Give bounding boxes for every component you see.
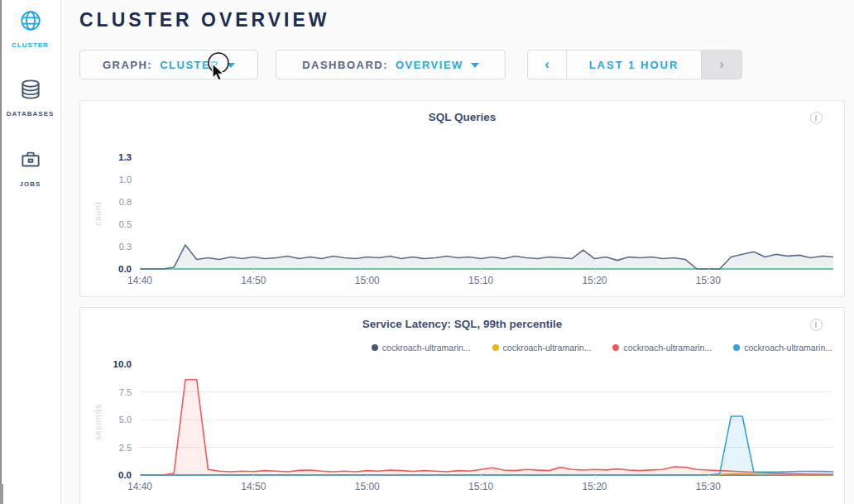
legend-item[interactable]: cockroach-ultramarin...	[733, 343, 832, 353]
x-tick-label: 15:20	[582, 481, 607, 492]
graph-dropdown-label: GRAPH:	[103, 59, 152, 71]
cluster-overview-page: { "header": { "title": "CLUSTER OVERVIEW…	[0, 0, 854, 504]
x-tick-mark	[595, 269, 596, 273]
main-content: CLUSTER OVERVIEW GRAPH: CLUSTER DASHBOAR…	[61, 0, 854, 504]
sidebar-item-label: DATABASES	[7, 110, 55, 118]
sidebar-item-cluster[interactable]: CLUSTER	[0, 8, 60, 49]
legend-item[interactable]: cockroach-ultramarin...	[372, 343, 471, 353]
x-tick-mark	[367, 269, 368, 273]
dashboard-dropdown-value: OVERVIEW	[396, 59, 463, 71]
x-tick-mark	[367, 475, 368, 479]
x-tick-label: 15:30	[696, 275, 721, 286]
y-tick-label: 0.8	[119, 197, 132, 207]
x-tick-mark	[708, 475, 709, 479]
x-tick-label: 15:10	[468, 275, 493, 286]
controls-bar: GRAPH: CLUSTER DASHBOARD: OVERVIEW ‹ LAS…	[79, 50, 742, 79]
legend-label: cockroach-ultramarin...	[382, 343, 471, 353]
sidebar-item-label: JOBS	[20, 180, 41, 188]
y-tick-label: 0.5	[119, 219, 132, 229]
dashboard-dropdown-label: DASHBOARD:	[302, 59, 388, 71]
sidebar-item-databases[interactable]: DATABASES	[0, 77, 60, 118]
x-ticks: 14:4014:5015:0015:1015:2015:30	[140, 271, 833, 286]
y-tick-label: 2.5	[119, 443, 132, 453]
chart-legend: cockroach-ultramarin...cockroach-ultrama…	[372, 343, 832, 353]
x-tick-label: 14:50	[241, 275, 266, 286]
sidebar: CLUSTER DATABASES JOBS	[0, 0, 61, 504]
x-ticks: 14:4014:5015:0015:1015:2015:30	[140, 478, 833, 492]
x-tick-mark	[481, 475, 482, 479]
legend-dot-icon	[733, 344, 740, 351]
x-tick-label: 15:00	[355, 481, 380, 492]
chart-plot-area	[140, 157, 833, 269]
legend-label: cockroach-ultramarin...	[503, 343, 592, 353]
y-ticks: 1.31.00.80.50.30.0	[80, 157, 132, 269]
globe-icon	[18, 8, 43, 36]
chart-plot-area	[140, 364, 833, 475]
sidebar-item-label: CLUSTER	[12, 41, 49, 49]
time-window-label[interactable]: LAST 1 HOUR	[567, 50, 701, 79]
legend-item[interactable]: cockroach-ultramarin...	[612, 343, 712, 353]
y-tick-label: 10.0	[113, 359, 132, 369]
y-tick-label: 0.0	[118, 470, 132, 480]
briefcase-icon	[18, 147, 43, 175]
y-tick-label: 1.0	[119, 175, 132, 185]
time-next-button-disabled: ›	[701, 50, 741, 79]
x-tick-label: 14:50	[241, 481, 266, 492]
x-tick-mark	[253, 475, 254, 479]
time-window-selector: ‹ LAST 1 HOUR ›	[527, 50, 742, 79]
legend-dot-icon	[372, 344, 378, 351]
time-prev-button[interactable]: ‹	[528, 50, 567, 79]
y-tick-label: 0.3	[119, 242, 132, 252]
x-tick-label: 14:40	[127, 275, 152, 286]
databases-icon	[18, 77, 43, 105]
series-area-sql-queries	[140, 245, 833, 269]
x-tick-label: 15:00	[355, 275, 380, 286]
info-icon[interactable]	[810, 112, 823, 124]
legend-dot-icon	[492, 344, 499, 351]
y-tick-label: 1.3	[118, 152, 132, 162]
x-tick-mark	[140, 475, 141, 479]
x-tick-label: 15:10	[468, 481, 493, 492]
chart-panel-sql-queries: SQL Queries count 1.31.00.80.50.30.0 14:…	[79, 100, 845, 297]
x-tick-label: 15:30	[696, 481, 721, 492]
x-tick-label: 15:20	[582, 275, 607, 286]
page-title: CLUSTER OVERVIEW	[79, 9, 330, 31]
y-tick-label: 0.0	[118, 264, 132, 274]
y-tick-label: 5.0	[119, 415, 132, 425]
sidebar-item-jobs[interactable]: JOBS	[0, 147, 60, 188]
legend-dot-icon	[612, 344, 619, 351]
chart-panel-service-latency: Service Latency: SQL, 99th percentile co…	[79, 307, 845, 504]
scrollbar-thumb[interactable]	[0, 484, 3, 504]
x-tick-mark	[595, 475, 596, 479]
chart-svg	[140, 364, 833, 475]
y-ticks: 10.07.55.02.50.0	[80, 364, 132, 475]
x-tick-mark	[481, 269, 482, 273]
graph-dropdown[interactable]: GRAPH: CLUSTER	[79, 50, 258, 79]
legend-item[interactable]: cockroach-ultramarin...	[492, 343, 592, 353]
x-tick-label: 14:40	[127, 481, 152, 492]
dashboard-dropdown[interactable]: DASHBOARD: OVERVIEW	[276, 50, 506, 79]
x-tick-mark	[140, 269, 141, 273]
chevron-down-icon	[471, 63, 479, 68]
chart-svg	[140, 157, 833, 269]
legend-label: cockroach-ultramarin...	[744, 343, 832, 353]
chart-title: Service Latency: SQL, 99th percentile	[80, 318, 844, 330]
chart-title: SQL Queries	[80, 111, 844, 123]
chevron-down-icon	[227, 63, 235, 68]
x-tick-mark	[708, 269, 709, 273]
legend-label: cockroach-ultramarin...	[623, 343, 712, 353]
window-edge	[0, 0, 2, 504]
info-icon[interactable]	[810, 319, 823, 331]
graph-dropdown-value: CLUSTER	[160, 59, 219, 71]
y-tick-label: 7.5	[119, 387, 132, 397]
x-tick-mark	[253, 269, 254, 273]
